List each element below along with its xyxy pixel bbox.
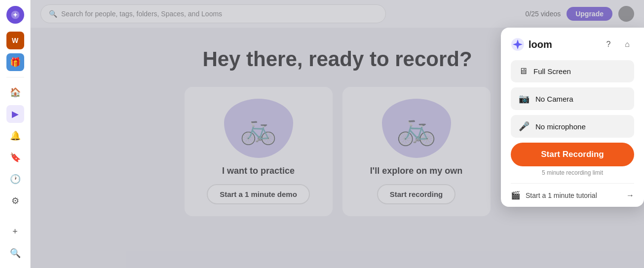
main-area: 🔍 0/25 videos Upgrade Hey there, ready t… bbox=[31, 0, 644, 268]
tutorial-arrow: → bbox=[626, 191, 634, 200]
popup-header-icons: ? ⌂ bbox=[602, 38, 634, 51]
microphone-icon: 🎤 bbox=[519, 121, 530, 132]
sidebar-item-history[interactable]: 🕐 bbox=[6, 170, 24, 188]
sidebar-item-home[interactable]: 🏠 bbox=[6, 83, 24, 101]
sidebar-add-button[interactable]: + bbox=[6, 223, 24, 240]
sidebar-item-library[interactable]: ▶ bbox=[6, 105, 24, 123]
home-icon[interactable]: ⌂ bbox=[620, 38, 634, 51]
recording-limit-text: 5 minute recording limit bbox=[511, 169, 634, 176]
popup-footer[interactable]: 🎬 Start a 1 minute tutorial → bbox=[511, 183, 634, 207]
no-microphone-option[interactable]: 🎤 No microphone bbox=[511, 115, 634, 138]
sidebar: W 🎁 🏠 ▶ 🔔 🔖 🕐 ⚙ + 🔍 bbox=[0, 0, 31, 268]
sidebar-search-button[interactable]: 🔍 bbox=[6, 244, 24, 262]
tutorial-icon: 🎬 bbox=[511, 191, 521, 200]
sidebar-bottom: + 🔍 bbox=[6, 223, 24, 262]
full-screen-label: Full Screen bbox=[533, 67, 571, 76]
help-icon[interactable]: ? bbox=[602, 38, 615, 51]
popup-logo: loom bbox=[511, 38, 552, 51]
loom-logo-icon bbox=[511, 38, 525, 51]
camera-icon: 📷 bbox=[519, 93, 530, 104]
tutorial-label: Start a 1 minute tutorial bbox=[526, 191, 597, 199]
full-screen-option[interactable]: 🖥 Full Screen bbox=[511, 60, 634, 82]
no-camera-label: No Camera bbox=[535, 95, 573, 103]
monitor-icon: 🖥 bbox=[519, 66, 528, 77]
sidebar-item-bookmarks[interactable]: 🔖 bbox=[6, 149, 24, 166]
start-recording-button[interactable]: Start Recording bbox=[511, 143, 634, 166]
popup-header: loom ? ⌂ bbox=[511, 38, 634, 51]
sidebar-item-notifications[interactable]: 🔔 bbox=[6, 127, 24, 145]
sidebar-divider bbox=[6, 77, 24, 77]
sidebar-logo[interactable] bbox=[6, 6, 24, 24]
sidebar-gift[interactable]: 🎁 bbox=[6, 53, 24, 71]
popup-logo-text: loom bbox=[529, 39, 552, 50]
sidebar-item-settings[interactable]: ⚙ bbox=[6, 192, 24, 210]
loom-popup: loom ? ⌂ 🖥 Full Screen 📷 No Camera 🎤 No … bbox=[501, 28, 644, 207]
no-camera-option[interactable]: 📷 No Camera bbox=[511, 87, 634, 110]
no-microphone-label: No microphone bbox=[535, 122, 586, 131]
sidebar-avatar[interactable]: W bbox=[6, 32, 24, 49]
